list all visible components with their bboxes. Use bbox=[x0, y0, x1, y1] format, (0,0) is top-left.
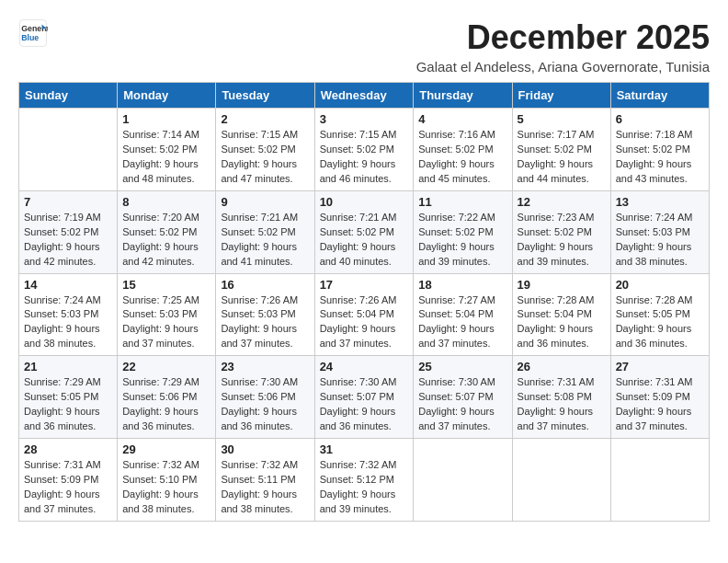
table-row: 29Sunrise: 7:32 AMSunset: 5:10 PMDayligh… bbox=[118, 439, 216, 522]
day-number: 20 bbox=[616, 278, 704, 292]
table-row: 1Sunrise: 7:14 AMSunset: 5:02 PMDaylight… bbox=[118, 109, 216, 191]
day-info: Sunrise: 7:30 AMSunset: 5:06 PMDaylight:… bbox=[221, 375, 309, 434]
day-number: 15 bbox=[122, 278, 210, 292]
table-row: 9Sunrise: 7:21 AMSunset: 5:02 PMDaylight… bbox=[216, 190, 314, 273]
day-number: 14 bbox=[24, 278, 112, 292]
table-row: 2Sunrise: 7:15 AMSunset: 5:02 PMDaylight… bbox=[216, 109, 314, 191]
table-row: 6Sunrise: 7:18 AMSunset: 5:02 PMDaylight… bbox=[610, 109, 709, 191]
day-info: Sunrise: 7:16 AMSunset: 5:02 PMDaylight:… bbox=[418, 128, 506, 187]
day-info: Sunrise: 7:18 AMSunset: 5:02 PMDaylight:… bbox=[616, 128, 704, 187]
table-row: 24Sunrise: 7:30 AMSunset: 5:07 PMDayligh… bbox=[314, 356, 414, 439]
day-number: 31 bbox=[320, 442, 409, 456]
page-header: General Blue December 2025 Galaat el And… bbox=[18, 18, 710, 75]
title-block: December 2025 Galaat el Andeless, Ariana… bbox=[416, 18, 710, 75]
table-row bbox=[610, 439, 709, 522]
header-monday: Monday bbox=[118, 83, 216, 109]
header-sunday: Sunday bbox=[19, 83, 118, 109]
logo-icon: General Blue bbox=[18, 18, 48, 48]
day-number: 2 bbox=[221, 112, 309, 126]
day-number: 17 bbox=[320, 278, 409, 292]
header-tuesday: Tuesday bbox=[216, 83, 314, 109]
calendar-week-row: 14Sunrise: 7:24 AMSunset: 5:03 PMDayligh… bbox=[19, 273, 710, 356]
day-info: Sunrise: 7:17 AMSunset: 5:02 PMDaylight:… bbox=[518, 128, 606, 187]
header-wednesday: Wednesday bbox=[314, 83, 414, 109]
header-saturday: Saturday bbox=[610, 83, 709, 109]
day-number: 8 bbox=[122, 195, 210, 209]
day-info: Sunrise: 7:24 AMSunset: 5:03 PMDaylight:… bbox=[616, 211, 704, 270]
day-number: 3 bbox=[320, 112, 409, 126]
logo: General Blue bbox=[18, 18, 48, 48]
calendar-week-row: 7Sunrise: 7:19 AMSunset: 5:02 PMDaylight… bbox=[19, 190, 710, 273]
day-number: 12 bbox=[518, 195, 606, 209]
table-row: 15Sunrise: 7:25 AMSunset: 5:03 PMDayligh… bbox=[118, 273, 216, 356]
table-row: 28Sunrise: 7:31 AMSunset: 5:09 PMDayligh… bbox=[19, 439, 118, 522]
day-info: Sunrise: 7:31 AMSunset: 5:09 PMDaylight:… bbox=[24, 458, 112, 517]
table-row: 3Sunrise: 7:15 AMSunset: 5:02 PMDaylight… bbox=[314, 109, 414, 191]
table-row: 11Sunrise: 7:22 AMSunset: 5:02 PMDayligh… bbox=[414, 190, 512, 273]
table-row: 25Sunrise: 7:30 AMSunset: 5:07 PMDayligh… bbox=[414, 356, 512, 439]
day-info: Sunrise: 7:28 AMSunset: 5:04 PMDaylight:… bbox=[518, 293, 606, 352]
table-row: 12Sunrise: 7:23 AMSunset: 5:02 PMDayligh… bbox=[512, 190, 610, 273]
calendar-week-row: 1Sunrise: 7:14 AMSunset: 5:02 PMDaylight… bbox=[19, 109, 710, 191]
day-info: Sunrise: 7:15 AMSunset: 5:02 PMDaylight:… bbox=[320, 128, 409, 187]
day-number: 26 bbox=[518, 360, 606, 373]
day-number: 13 bbox=[616, 195, 704, 209]
table-row: 20Sunrise: 7:28 AMSunset: 5:05 PMDayligh… bbox=[610, 273, 709, 356]
day-info: Sunrise: 7:21 AMSunset: 5:02 PMDaylight:… bbox=[221, 211, 309, 270]
table-row: 8Sunrise: 7:20 AMSunset: 5:02 PMDaylight… bbox=[118, 190, 216, 273]
day-number: 6 bbox=[616, 112, 704, 126]
day-info: Sunrise: 7:14 AMSunset: 5:02 PMDaylight:… bbox=[122, 128, 210, 187]
calendar-week-row: 21Sunrise: 7:29 AMSunset: 5:05 PMDayligh… bbox=[19, 356, 710, 439]
day-number: 18 bbox=[418, 278, 506, 292]
day-info: Sunrise: 7:22 AMSunset: 5:02 PMDaylight:… bbox=[418, 211, 506, 270]
day-info: Sunrise: 7:25 AMSunset: 5:03 PMDaylight:… bbox=[122, 293, 210, 352]
day-info: Sunrise: 7:29 AMSunset: 5:05 PMDaylight:… bbox=[24, 375, 112, 434]
day-number: 25 bbox=[418, 360, 506, 373]
day-number: 9 bbox=[221, 195, 309, 209]
day-info: Sunrise: 7:31 AMSunset: 5:08 PMDaylight:… bbox=[518, 375, 606, 434]
day-number: 24 bbox=[320, 360, 409, 373]
day-number: 10 bbox=[320, 195, 409, 209]
table-row: 13Sunrise: 7:24 AMSunset: 5:03 PMDayligh… bbox=[610, 190, 709, 273]
table-row bbox=[414, 439, 512, 522]
table-row: 7Sunrise: 7:19 AMSunset: 5:02 PMDaylight… bbox=[19, 190, 118, 273]
day-info: Sunrise: 7:32 AMSunset: 5:10 PMDaylight:… bbox=[122, 458, 210, 517]
table-row: 23Sunrise: 7:30 AMSunset: 5:06 PMDayligh… bbox=[216, 356, 314, 439]
day-number: 29 bbox=[122, 442, 210, 456]
table-row: 4Sunrise: 7:16 AMSunset: 5:02 PMDaylight… bbox=[414, 109, 512, 191]
table-row: 10Sunrise: 7:21 AMSunset: 5:02 PMDayligh… bbox=[314, 190, 414, 273]
table-row: 22Sunrise: 7:29 AMSunset: 5:06 PMDayligh… bbox=[118, 356, 216, 439]
day-number: 30 bbox=[221, 442, 309, 456]
location-subtitle: Galaat el Andeless, Ariana Governorate, … bbox=[416, 59, 710, 75]
day-number: 22 bbox=[122, 360, 210, 373]
day-number: 5 bbox=[518, 112, 606, 126]
day-info: Sunrise: 7:27 AMSunset: 5:04 PMDaylight:… bbox=[418, 293, 506, 352]
day-number: 19 bbox=[518, 278, 606, 292]
table-row: 14Sunrise: 7:24 AMSunset: 5:03 PMDayligh… bbox=[19, 273, 118, 356]
day-info: Sunrise: 7:23 AMSunset: 5:02 PMDaylight:… bbox=[518, 211, 606, 270]
day-info: Sunrise: 7:26 AMSunset: 5:03 PMDaylight:… bbox=[221, 293, 309, 352]
day-info: Sunrise: 7:32 AMSunset: 5:11 PMDaylight:… bbox=[221, 458, 309, 517]
day-info: Sunrise: 7:20 AMSunset: 5:02 PMDaylight:… bbox=[122, 211, 210, 270]
day-info: Sunrise: 7:29 AMSunset: 5:06 PMDaylight:… bbox=[122, 375, 210, 434]
table-row: 16Sunrise: 7:26 AMSunset: 5:03 PMDayligh… bbox=[216, 273, 314, 356]
day-info: Sunrise: 7:32 AMSunset: 5:12 PMDaylight:… bbox=[320, 458, 409, 517]
day-number: 7 bbox=[24, 195, 112, 209]
day-info: Sunrise: 7:30 AMSunset: 5:07 PMDaylight:… bbox=[418, 375, 506, 434]
table-row: 5Sunrise: 7:17 AMSunset: 5:02 PMDaylight… bbox=[512, 109, 610, 191]
day-number: 11 bbox=[418, 195, 506, 209]
svg-text:Blue: Blue bbox=[21, 33, 39, 42]
day-info: Sunrise: 7:24 AMSunset: 5:03 PMDaylight:… bbox=[24, 293, 112, 352]
day-number: 21 bbox=[24, 360, 112, 373]
day-number: 4 bbox=[418, 112, 506, 126]
table-row bbox=[19, 109, 118, 191]
day-info: Sunrise: 7:21 AMSunset: 5:02 PMDaylight:… bbox=[320, 211, 409, 270]
calendar-week-row: 28Sunrise: 7:31 AMSunset: 5:09 PMDayligh… bbox=[19, 439, 710, 522]
svg-text:General: General bbox=[21, 24, 48, 33]
day-info: Sunrise: 7:26 AMSunset: 5:04 PMDaylight:… bbox=[320, 293, 409, 352]
table-row bbox=[512, 439, 610, 522]
table-row: 31Sunrise: 7:32 AMSunset: 5:12 PMDayligh… bbox=[314, 439, 414, 522]
table-row: 17Sunrise: 7:26 AMSunset: 5:04 PMDayligh… bbox=[314, 273, 414, 356]
table-row: 19Sunrise: 7:28 AMSunset: 5:04 PMDayligh… bbox=[512, 273, 610, 356]
calendar-header-row: Sunday Monday Tuesday Wednesday Thursday… bbox=[19, 83, 710, 109]
